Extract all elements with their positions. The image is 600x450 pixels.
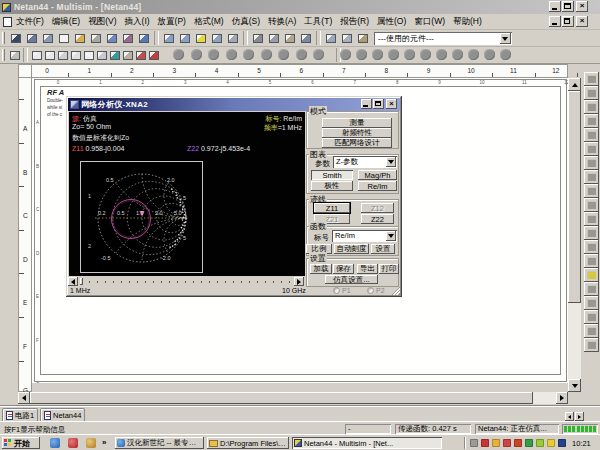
- task-multisim[interactable]: Netan44 - Multisim - [Net...: [292, 437, 442, 449]
- wire-icon[interactable]: [24, 31, 40, 46]
- instrument-button-18[interactable]: [584, 310, 599, 324]
- toolbar-grip2[interactable]: [2, 49, 5, 61]
- close-button[interactable]: ×: [576, 1, 588, 12]
- menu-2[interactable]: 编辑(E): [52, 16, 80, 28]
- rect-icon[interactable]: [82, 48, 95, 63]
- quicklaunch-more[interactable]: »: [102, 438, 106, 447]
- freq-right-button[interactable]: [294, 277, 304, 286]
- print-button[interactable]: 打印: [379, 264, 399, 274]
- start-button[interactable]: 开始: [2, 437, 40, 449]
- tray-icon-qq[interactable]: [503, 439, 511, 447]
- tray-icon-1[interactable]: [470, 439, 478, 447]
- vscroll-up-button[interactable]: [568, 78, 581, 91]
- param-combo-button[interactable]: [386, 157, 396, 167]
- child-minimize-button[interactable]: [549, 16, 561, 27]
- load-button[interactable]: 加载: [310, 264, 332, 274]
- new-icon[interactable]: [56, 31, 72, 46]
- tray-icon-8[interactable]: [547, 439, 555, 447]
- copy-icon[interactable]: [266, 31, 282, 46]
- p2-radio[interactable]: P2: [367, 287, 385, 294]
- menu-6[interactable]: 格式(M): [194, 16, 224, 28]
- dialog-close-button[interactable]: ×: [386, 99, 397, 109]
- cut-icon[interactable]: [250, 31, 266, 46]
- canvas-hscrollbar[interactable]: [18, 392, 568, 404]
- menu-9[interactable]: 工具(T): [304, 16, 332, 28]
- rotate-icon[interactable]: [298, 31, 314, 46]
- child-window-icon[interactable]: [3, 17, 12, 27]
- combo-dropdown-button[interactable]: [500, 33, 511, 44]
- zoom-in-icon[interactable]: [161, 31, 177, 46]
- in-use-list-combo[interactable]: ---使用的元件---: [374, 32, 512, 45]
- undo-icon[interactable]: [136, 31, 152, 46]
- instrument-button-15[interactable]: [584, 268, 599, 282]
- task-explorer[interactable]: D:\Program Files\Electro...: [207, 437, 289, 449]
- cross-icon[interactable]: [134, 48, 147, 63]
- hscroll-thumb[interactable]: [30, 392, 533, 404]
- resize-grip[interactable]: [392, 287, 400, 295]
- menu-13[interactable]: 帮助(H): [453, 16, 482, 28]
- instrument-button-19[interactable]: [584, 324, 599, 338]
- teal-icon[interactable]: [108, 48, 121, 63]
- minimize-button[interactable]: [549, 1, 561, 12]
- paste-icon[interactable]: [282, 31, 298, 46]
- zoomfull-icon[interactable]: [69, 48, 82, 63]
- instrument-button-12[interactable]: [584, 226, 599, 240]
- erase-icon[interactable]: [121, 48, 134, 63]
- freq-slider-thumb[interactable]: [80, 278, 83, 285]
- open-icon[interactable]: [72, 31, 88, 46]
- menu-4[interactable]: 插入(I): [125, 16, 150, 28]
- smith-button[interactable]: Smith: [311, 170, 353, 180]
- instrument-button-20[interactable]: [584, 338, 599, 352]
- noentry-icon[interactable]: [147, 48, 160, 63]
- toolbar-grip[interactable]: [2, 32, 5, 44]
- simulation-set-button[interactable]: 仿真设置...: [325, 275, 378, 284]
- hscroll-left-button[interactable]: [18, 392, 30, 404]
- pointer-icon[interactable]: [8, 31, 24, 46]
- zoomout-icon[interactable]: [43, 48, 56, 63]
- save-icon[interactable]: [104, 31, 120, 46]
- p1-radio[interactable]: P1: [333, 287, 351, 294]
- z22-button[interactable]: Z22: [361, 214, 394, 224]
- export-button[interactable]: 导出: [357, 264, 378, 274]
- instrument-button-14[interactable]: [584, 254, 599, 268]
- zoom-icon[interactable]: [40, 31, 56, 46]
- menu-1[interactable]: 文件(F): [16, 16, 44, 28]
- quicklaunch-icon-2[interactable]: [68, 438, 78, 448]
- child-restore-button[interactable]: [562, 16, 574, 27]
- autoscale-button[interactable]: 自动刻度: [334, 244, 369, 254]
- tray-icon-6[interactable]: [525, 439, 533, 447]
- instrument-button-8[interactable]: [584, 170, 599, 184]
- menu-11[interactable]: 属性(O): [377, 16, 406, 28]
- menu-10[interactable]: 报告(R): [340, 16, 369, 28]
- measurement-button[interactable]: 测量: [322, 118, 392, 128]
- save-button[interactable]: 保存: [333, 264, 354, 274]
- instrument-button-11[interactable]: [584, 212, 599, 226]
- run-icon[interactable]: [193, 31, 209, 46]
- tray-icon-7[interactable]: [536, 439, 544, 447]
- rf-characterizer-button[interactable]: 射频特性: [322, 128, 392, 138]
- magph-button[interactable]: Mag/Ph: [358, 170, 397, 180]
- instrument-button-1[interactable]: [584, 72, 599, 86]
- instrument-button-10[interactable]: [584, 198, 599, 212]
- zoomin-red-icon[interactable]: [30, 48, 43, 63]
- tab-scroll-right[interactable]: [575, 412, 584, 421]
- print-icon[interactable]: [88, 31, 104, 46]
- dialog-maximize-button[interactable]: [373, 99, 384, 109]
- menu-7[interactable]: 仿真(S): [232, 16, 260, 28]
- frequency-slider[interactable]: [68, 277, 305, 287]
- zoom-out-icon[interactable]: [177, 31, 193, 46]
- tab-scroll-left[interactable]: [565, 412, 574, 421]
- param-combo[interactable]: Z-参数: [333, 156, 397, 168]
- reim-button[interactable]: Re/Im: [358, 181, 397, 191]
- hscroll-right-button[interactable]: [556, 392, 568, 404]
- report-icon[interactable]: [225, 31, 241, 46]
- marker-combo[interactable]: Re/Im: [332, 230, 397, 242]
- instrument-button-6[interactable]: [584, 142, 599, 156]
- z11-button[interactable]: Z11: [314, 203, 350, 213]
- dialog-minimize-button[interactable]: [361, 99, 372, 109]
- tab-netan44[interactable]: Netan44: [40, 408, 85, 422]
- instrument-button-9[interactable]: [584, 184, 599, 198]
- match-net-designer-button[interactable]: 匹配网络设计: [322, 138, 392, 148]
- instrument-button-13[interactable]: [584, 240, 599, 254]
- ie-quicklaunch-icon[interactable]: [50, 438, 60, 448]
